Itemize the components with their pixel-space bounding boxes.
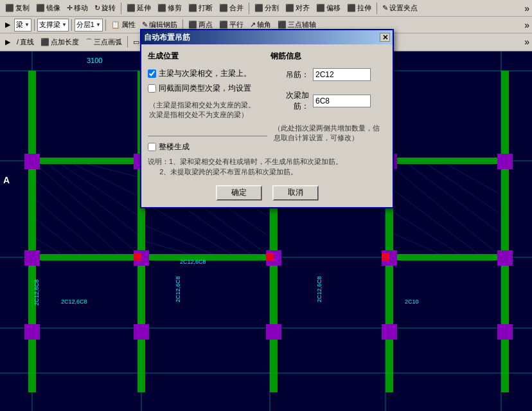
svg-text:2C10: 2C10: [405, 298, 419, 305]
svg-rect-63: [382, 324, 397, 340]
section-headers: 生成位置 钢筋信息: [148, 51, 386, 62]
ok-button[interactable]: 确定: [216, 185, 262, 201]
beam-dropdown[interactable]: 梁 ▼: [14, 19, 31, 32]
svg-rect-54: [497, 154, 513, 169]
svg-rect-44: [386, 254, 501, 260]
svg-rect-55: [24, 250, 40, 266]
button-row: 确定 取消: [148, 185, 386, 201]
primary-beam-checkbox[interactable]: [148, 69, 156, 78]
dialog-content: 主梁与次梁相交，主梁上。 同截面同类型次梁，均设置 （主梁是指梁相交处为支座的梁…: [148, 68, 386, 152]
right-panel: 吊筋： 次梁加筋： （此处指次梁两侧共增加数量，信息取自计算设置，可修改）: [274, 68, 386, 152]
secondary-bar-row: 次梁加筋：: [274, 90, 386, 112]
copy-tool[interactable]: ⬛ 复制: [3, 3, 32, 14]
separator6: [105, 19, 106, 31]
toolbar-row1: ⬛ 复制 ⬛ 镜像 ✛ 移动 ↻ 旋转 ⬛ 延伸 ⬛ 修剪 ⬛ 打断 ⬛ 合并 …: [0, 0, 532, 17]
offset-tool[interactable]: ⬛ 偏移: [314, 3, 343, 14]
three-arc-btn[interactable]: ⌒ 三点画弧: [83, 37, 125, 48]
hanging-bar-label: 吊筋：: [274, 69, 309, 80]
svg-rect-40: [32, 254, 145, 260]
rotate-tool[interactable]: ↻ 旋转: [92, 3, 118, 14]
svg-rect-65: [134, 253, 141, 260]
separator2: [249, 3, 249, 14]
note1-text: （主梁是指梁相交处为支座的梁。次梁是指相交处不为支座的梁）: [148, 100, 267, 120]
dialog-titlebar: 自动布置吊筋 ✕: [141, 30, 393, 44]
svg-rect-59: [497, 250, 513, 266]
separator5: [71, 19, 72, 31]
toolbar-spacer: ▶: [3, 20, 13, 30]
svg-rect-50: [24, 154, 40, 169]
separator1: [121, 3, 121, 14]
properties-btn[interactable]: 📋 属性: [109, 19, 138, 30]
same-type-checkbox-row: 同截面同类型次梁，均设置: [148, 83, 267, 94]
svg-rect-66: [266, 253, 274, 260]
svg-text:2C12,6C8: 2C12,6C8: [316, 276, 323, 302]
right-section-header: 钢筋信息: [264, 51, 387, 62]
dialog-body: 生成位置 钢筋信息 主梁与次梁相交，主梁上。 同截面同类型次梁，均设置 （主梁是…: [141, 44, 393, 207]
svg-rect-62: [266, 324, 281, 340]
separator8: [127, 36, 128, 48]
whole-floor-label: 整楼生成: [159, 142, 190, 152]
same-type-checkbox[interactable]: [148, 84, 156, 93]
left-panel: 主梁与次梁相交，主梁上。 同截面同类型次梁，均设置 （主梁是指梁相交处为支座的梁…: [148, 68, 267, 152]
svg-rect-39: [32, 158, 145, 164]
whole-floor-section: 整楼生成: [148, 131, 267, 152]
hanging-bar-row: 吊筋：: [274, 68, 386, 81]
svg-text:2C12,6C8: 2C12,6C8: [61, 298, 87, 305]
svg-rect-49: [501, 71, 509, 392]
layer-dropdown[interactable]: 分层1 ▼: [75, 19, 103, 32]
whole-floor-checkbox[interactable]: [148, 143, 156, 151]
svg-rect-45: [28, 71, 36, 392]
svg-text:3100: 3100: [87, 57, 102, 64]
expand-btn[interactable]: »: [524, 3, 529, 14]
move-tool[interactable]: ✛ 移动: [64, 3, 91, 14]
left-section-header: 生成位置: [148, 51, 264, 62]
svg-rect-42: [141, 254, 273, 260]
trim-tool[interactable]: ⬛ 修剪: [155, 3, 184, 14]
support-beam-dropdown[interactable]: 支撑梁 ▼: [37, 19, 69, 32]
svg-rect-60: [24, 324, 40, 340]
stretch-tool[interactable]: ⬛ 拉伸: [344, 3, 374, 14]
toolbar-spacer2: ▶: [3, 37, 13, 47]
split-tool[interactable]: ⬛ 分割: [252, 3, 281, 14]
primary-beam-checkbox-row: 主梁与次梁相交，主梁上。: [148, 68, 267, 79]
close-button[interactable]: ✕: [380, 33, 390, 42]
mirror-tool[interactable]: ⬛ 镜像: [33, 3, 63, 14]
svg-rect-67: [382, 253, 389, 260]
svg-rect-64: [497, 324, 513, 340]
svg-rect-61: [134, 324, 149, 340]
separator3: [377, 3, 377, 14]
merge-tool[interactable]: ⬛ 合并: [217, 3, 246, 14]
align-tool[interactable]: ⬛ 对齐: [283, 3, 312, 14]
hanging-bar-input[interactable]: [313, 68, 371, 81]
extend-tool[interactable]: ⬛ 延伸: [124, 3, 154, 14]
dialog-title-area: 自动布置吊筋: [144, 32, 190, 43]
same-type-label: 同截面同类型次梁，均设置: [159, 83, 251, 94]
auto-hanger-dialog: 自动布置吊筋 ✕ 生成位置 钢筋信息 主梁与次梁相交，主梁上。 同截面同类型次梁…: [140, 29, 394, 208]
expand-btn2[interactable]: »: [524, 20, 529, 30]
svg-text:2C12,6C8: 2C12,6C8: [33, 279, 40, 306]
svg-text:A: A: [3, 175, 10, 185]
svg-text:2C12,6C8: 2C12,6C8: [175, 276, 181, 302]
secondary-bar-input[interactable]: [313, 95, 371, 107]
primary-beam-label: 主梁与次梁相交，主梁上。: [159, 68, 251, 79]
cancel-button[interactable]: 取消: [272, 185, 319, 201]
line-btn[interactable]: / 直线: [14, 37, 37, 48]
point-length-btn[interactable]: ⬛ 点加长度: [38, 37, 82, 48]
grip-tool[interactable]: ✎ 设置夹点: [380, 3, 420, 14]
bottom-note: 说明：1、梁和梁相交处有柱或墙时，不生成吊筋和次梁加筋。 2、未提取梁跨的梁不布…: [148, 156, 386, 178]
whole-floor-checkbox-row: 整楼生成: [148, 142, 267, 152]
divider: [148, 136, 267, 136]
right-note: （此处指次梁两侧共增加数量，信息取自计算设置，可修改）: [274, 123, 386, 143]
secondary-bar-label: 次梁加筋：: [274, 90, 309, 112]
break-tool[interactable]: ⬛ 打断: [186, 3, 215, 14]
svg-rect-43: [386, 158, 501, 164]
expand-btn3[interactable]: »: [524, 37, 529, 47]
separator4: [34, 19, 35, 31]
dialog-title: 自动布置吊筋: [144, 32, 190, 43]
svg-text:2C12,6C8: 2C12,6C8: [180, 259, 206, 265]
